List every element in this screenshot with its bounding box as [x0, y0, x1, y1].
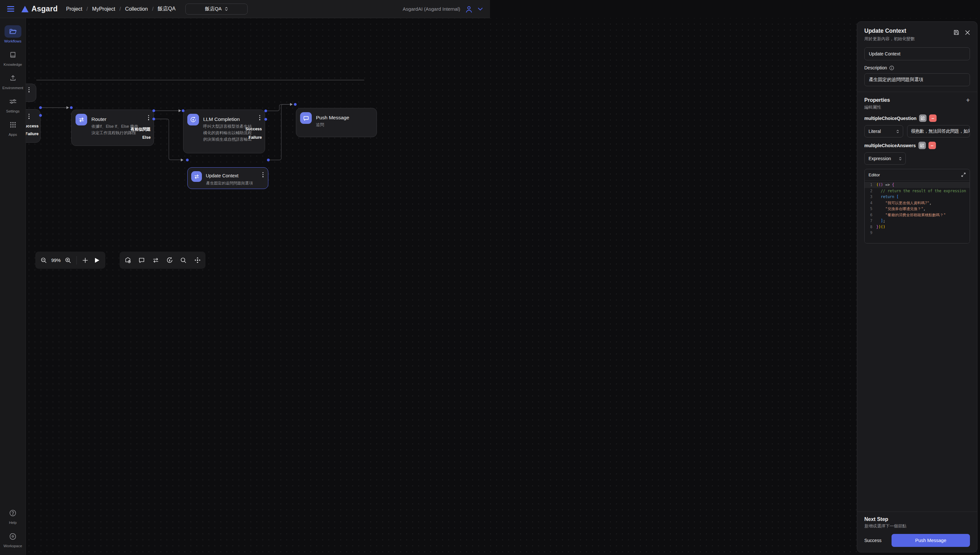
node-output-port: Success: [245, 127, 262, 131]
edge: [154, 119, 181, 160]
brand-name: Asgard: [32, 5, 58, 13]
breadcrumb-collection[interactable]: Collection: [125, 6, 148, 12]
node-output-port: Else: [142, 135, 151, 140]
add-node-icon[interactable]: [122, 255, 133, 266]
connection-handle[interactable]: [39, 106, 42, 109]
node-toolbar: [120, 252, 205, 269]
run-button[interactable]: [92, 255, 102, 266]
connection-handle[interactable]: [294, 103, 297, 106]
edge-arrow-icon: [179, 109, 181, 112]
workflow-node-push-message[interactable]: Push Message 追問: [296, 108, 377, 137]
edge: [268, 104, 290, 160]
connection-handle[interactable]: [70, 106, 73, 109]
upload-icon: [10, 75, 16, 82]
sidebar-item-settings[interactable]: Settings: [1, 95, 25, 113]
node-description: 產生固定的追問問題與選項: [206, 180, 264, 186]
sidebar-item-workflows[interactable]: Workflows: [1, 25, 25, 43]
book-icon: [10, 51, 16, 58]
sidebar-item-apps[interactable]: Apps: [1, 119, 25, 136]
push-message-icon: [300, 112, 312, 124]
asgard-logo[interactable]: Asgard: [21, 5, 58, 13]
user-icon[interactable]: [465, 5, 473, 13]
sliders-icon: [9, 98, 17, 105]
node-menu-icon[interactable]: [29, 114, 29, 119]
comment-icon[interactable]: [136, 255, 147, 266]
logo-triangle-icon: [21, 6, 29, 12]
node-output-port: 有相似問題: [131, 127, 151, 132]
connection-handle[interactable]: [186, 159, 189, 162]
node-menu-icon[interactable]: [259, 115, 260, 120]
grid-icon: [10, 122, 16, 128]
breadcrumb-project[interactable]: Project: [66, 6, 82, 12]
edge-arrow-icon: [181, 159, 183, 162]
zoom-in-button[interactable]: [63, 255, 73, 266]
sidebar: Workflows Knowledge Environment Settings…: [0, 18, 26, 278]
workflow-canvas[interactable]: Success Failure Router 依據If、Else If、Else…: [0, 18, 490, 278]
node-output-port: Failure: [25, 132, 38, 136]
workflow-selector[interactable]: 飯店QA: [186, 3, 248, 14]
router-tool-icon[interactable]: [150, 255, 161, 266]
router-icon: [75, 114, 87, 125]
chevron-down-icon[interactable]: [478, 8, 483, 11]
breadcrumb-current[interactable]: 飯店QA: [158, 5, 176, 12]
zoom-toolbar: 99%: [35, 252, 105, 269]
zoom-level: 99%: [50, 258, 62, 263]
folder-icon: [9, 28, 17, 35]
node-menu-icon[interactable]: [148, 115, 149, 120]
node-menu-icon[interactable]: [263, 172, 263, 177]
llm-completion-icon: [187, 114, 199, 125]
workflow-node-router[interactable]: Router 依據If、Else If、Else 條件決定工作流程執行的路徑 有…: [71, 109, 154, 146]
edge: [266, 104, 290, 111]
account-label: AsgardAI (Asgard Internal): [402, 6, 460, 12]
node-description: 呼叫大型語言模型並產生結構化的資料輸出以輔助流程的決策或生成自然語言輸出: [203, 124, 255, 143]
edge-arrow-icon: [290, 103, 293, 106]
breadcrumb: Project/ MyProject/ Collection/ 飯店QA: [66, 5, 176, 12]
menu-icon[interactable]: [7, 6, 14, 12]
workflow-node-update-context[interactable]: Update Context 產生固定的追問問題與選項: [187, 167, 268, 189]
search-icon[interactable]: [178, 255, 189, 266]
edge-arrow-icon: [66, 106, 69, 109]
sidebar-item-knowledge[interactable]: Knowledge: [1, 49, 25, 66]
add-button[interactable]: [80, 255, 90, 266]
connection-handle[interactable]: [267, 159, 270, 162]
pan-move-icon[interactable]: [192, 255, 203, 266]
sidebar-item-environment[interactable]: Environment: [1, 72, 25, 90]
breadcrumb-myproject[interactable]: MyProject: [92, 6, 115, 12]
workflow-node-llm-completion[interactable]: LLM Completion 呼叫大型語言模型並產生結構化的資料輸出以輔助流程的…: [183, 109, 265, 153]
llm-tool-icon[interactable]: [164, 255, 175, 266]
node-output-port: Failure: [248, 135, 262, 140]
update-context-icon: [191, 171, 202, 182]
connection-handle[interactable]: [264, 109, 267, 112]
node-menu-icon[interactable]: [29, 87, 29, 92]
zoom-out-button[interactable]: [38, 255, 49, 266]
top-bar: Asgard Project/ MyProject/ Collection/ 飯…: [0, 0, 490, 18]
node-description: 追問: [316, 122, 368, 128]
chevron-updown-icon: [225, 7, 228, 11]
